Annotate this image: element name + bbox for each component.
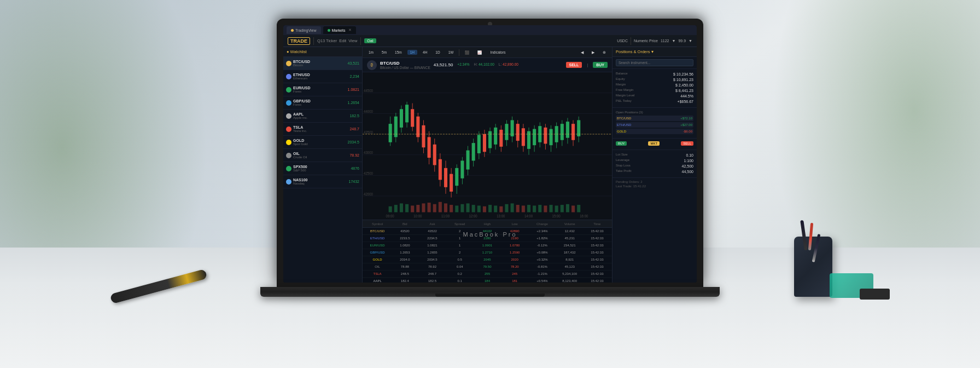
svg-rect-102 [499,206,503,212]
svg-rect-85 [405,204,409,212]
watchlist-item-oil[interactable]: OIL Crude Oil 78.92 [283,149,362,162]
sell-button[interactable]: SELL [566,62,582,68]
watchlist-item-gbp[interactable]: GBP/USD Forex 1.2654 [283,96,362,110]
tf-5m[interactable]: 5m [379,50,389,55]
order-buttons-section: BUY MKT SELL [612,139,697,150]
tab-close-icon[interactable]: ✕ [348,28,352,32]
cell-time: 15:42:33 [586,244,609,247]
equity-value: $ 10,891.23 [673,78,693,82]
laptop-base [260,287,720,297]
col-low: Low [503,222,526,226]
quick-buy-button[interactable]: BUY [616,141,627,146]
watchlist-item-aapl[interactable]: AAPL Apple Inc. 182.5 [283,110,362,123]
chart-type-line[interactable]: 📈 [475,50,485,55]
quick-market-button[interactable]: MKT [648,141,660,146]
chart-type-candle[interactable]: ⬛ [462,50,472,55]
tab-label-2: Markets [332,28,346,32]
watchlist-header: ● Watchlist [283,47,362,57]
svg-rect-83 [394,205,398,212]
svg-rect-90 [433,204,436,212]
chart-zoom[interactable]: ⊕ [600,50,609,55]
cell-ask: 248.7 [421,272,444,275]
table-row[interactable]: GOLD 2034.0 2034.5 0.5 2045 2020 +0.32% … [363,256,612,263]
watchlist-item-sub-tsla: Tesla Inc. [293,129,348,133]
watchlist-item-gold[interactable]: GOLD Spot Gold 2034.5 [283,136,362,149]
svg-rect-115 [571,205,575,212]
table-row[interactable]: AAPL 182.4 182.5 0.1 184 181 +0.54% 8,12… [363,278,612,283]
pos-symbol-gold: GOLD [617,130,626,133]
toolbar-item-view[interactable]: View [348,38,357,43]
tf-1w[interactable]: 1W [446,50,457,55]
col-volume: Volume [558,222,581,226]
position-row-btc[interactable]: BTC/USD +$72.10 [616,116,693,121]
cell-bid: 248.5 [393,272,416,275]
chart-indicators[interactable]: Indicators [487,50,508,55]
cell-spread: 0.5 [448,258,471,261]
tab-favicon-2 [328,29,330,32]
position-row-gold[interactable]: GOLD -$6.00 [616,129,693,134]
toolbar-item-edit[interactable]: Edit [339,38,346,43]
svg-text:43000: 43000 [364,151,373,156]
svg-rect-65 [533,129,536,146]
watchlist-item-info-aapl: AAPL Apple Inc. [293,112,348,119]
cell-change: -0.12% [530,244,553,247]
balance-row: Balance $ 10,234.56 [616,72,693,76]
equity-label: Equity [616,77,625,81]
table-header: Symbol Bid Ask Spread High Low Change Vo… [363,220,612,228]
quick-sell-button[interactable]: SELL [681,141,693,146]
tf-1m[interactable]: 1m [366,50,376,55]
tf-15m[interactable]: 15m [392,50,405,55]
tf-1h[interactable]: 1H [407,50,417,55]
svg-rect-88 [422,203,425,212]
tf-1d[interactable]: 1D [433,50,442,55]
tf-4h[interactable]: 4H [420,50,430,55]
browser-tab-2[interactable]: Markets ✕ [323,26,357,34]
col-spread: Spread [448,222,471,226]
watchlist-item-icon-eth [286,74,291,79]
dropdown-arrow-2[interactable]: ▼ [689,39,692,43]
dropdown-arrow-1[interactable]: ▼ [672,39,676,43]
svg-text:09:00: 09:00 [386,214,394,219]
watchlist-item-tsla[interactable]: TSLA Tesla Inc. 248.7 [283,123,362,136]
watchlist-item-name-gbp: GBP/USD [293,99,346,103]
watchlist-item-eur[interactable]: EUR/USD Forex 1.0821 [283,83,362,96]
svg-rect-75 [561,124,564,140]
cell-volume: 12,432 [558,229,581,233]
svg-rect-105 [516,205,520,212]
table-row[interactable]: TSLA 248.5 248.7 0.2 255 245 -1.21% 5,23… [363,271,612,278]
pos-pl-gold: -$6.00 [683,130,692,133]
free-margin-label: Free Margin [616,88,633,91]
chart-nav-right[interactable]: ▶ [589,50,597,55]
watchlist-item-spx[interactable]: SPX500 S&P 500 4876 [283,162,362,175]
table-row[interactable]: EUR/USD 1.0820 1.0821 1 1.0901 1.0780 -0… [363,242,612,249]
instrument-icon: ₿ [367,60,377,70]
candlestick-chart-area[interactable]: 44500 44000 43500 43000 42500 42000 [363,72,612,220]
account-balance: USDC [617,39,628,43]
macbook-label: MacBook Pro [463,231,517,238]
watchlist-item-nas[interactable]: NAS100 Nasdaq 17432 [283,175,362,188]
buy-button[interactable]: BUY [593,62,608,68]
table-row[interactable]: GBP/USD 1.2653 1.2655 2 1.2710 1.2590 +0… [363,249,612,256]
svg-rect-82 [389,206,392,212]
watchlist-item-sub-gbp: Forex [293,103,346,106]
svg-rect-107 [527,205,530,212]
equity-row: Equity $ 10,891.23 [616,77,693,82]
browser-tab-1[interactable]: TradingView [287,26,321,34]
oat-button[interactable]: Oat [364,38,376,43]
svg-rect-97 [472,205,475,212]
watchlist-item-icon-oil [286,153,291,158]
margin-value: $ 2,450.00 [675,83,693,87]
watchlist-item-btc[interactable]: BTC/USD Bitcoin 43,521 [283,57,362,70]
watchlist-title: ● Watchlist [287,49,307,54]
watchlist-item-eth[interactable]: ETH/USD Ethereum 2,234 [283,70,362,83]
pl-label: P&L Today [616,99,632,102]
cell-symbol: AAPL [366,279,389,283]
toolbar-item-ticker[interactable]: Q13 Ticker [317,38,337,43]
table-row[interactable]: OIL 78.88 78.92 0.04 79.50 78.20 -0.81% … [363,263,612,271]
chart-nav-left[interactable]: ◀ [578,50,586,55]
position-row-eth[interactable]: ETH/USD +$27.00 [616,122,693,128]
search-input[interactable] [616,59,693,66]
svg-rect-57 [511,120,514,136]
cell-change: +1.82% [530,237,553,240]
col-high: High [476,222,499,226]
